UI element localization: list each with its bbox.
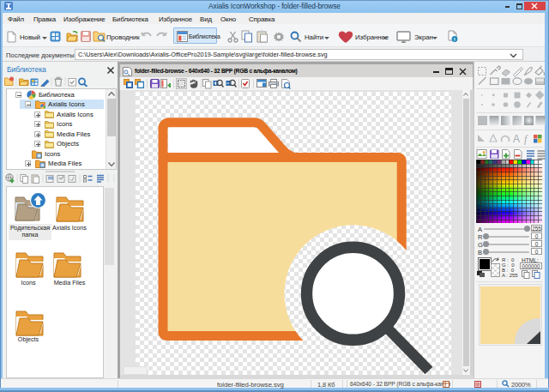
svg-text:f: f — [524, 133, 528, 145]
svg-text:A: A — [513, 133, 520, 145]
